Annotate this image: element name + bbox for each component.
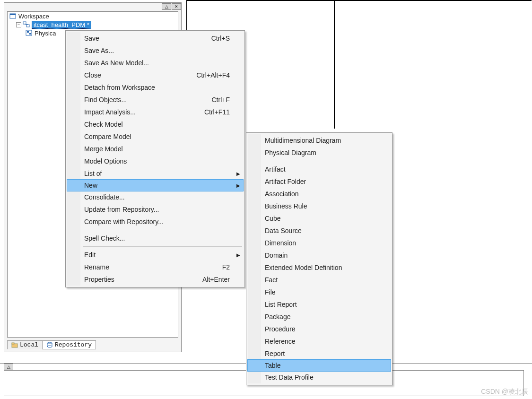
menu-edit[interactable]: Edit▶ xyxy=(67,249,243,261)
tree-item-pdm-label: itcast_health_PDM * xyxy=(32,21,91,29)
menu-detach-from-workspace[interactable]: Detach from Workspace xyxy=(67,81,243,94)
menu-new-extended-model-definition[interactable]: Extended Model Definition xyxy=(248,261,391,274)
menu-new-artifact-folder-label: Artifact Folder xyxy=(265,178,377,185)
menu-new-file[interactable]: File xyxy=(248,286,391,298)
menu-check-model[interactable]: Check Model xyxy=(67,118,243,130)
tree-root[interactable]: Workspace xyxy=(8,12,178,20)
svg-rect-1 xyxy=(10,14,16,15)
menu-separator xyxy=(83,246,242,247)
menu-impact-analysis[interactable]: Impact Analysis...Ctrl+F11 xyxy=(67,106,243,118)
menu-spell-check[interactable]: Spell Check... xyxy=(67,232,243,244)
menu-close-label: Close xyxy=(84,71,196,79)
menu-save-as[interactable]: Save As... xyxy=(67,44,243,57)
menu-find-objects[interactable]: Find Objects...Ctrl+F xyxy=(67,94,243,106)
menu-properties-label: Properties xyxy=(84,276,202,283)
tree-root-label: Workspace xyxy=(18,13,49,20)
menu-new-data-source[interactable]: Data Source xyxy=(248,225,391,237)
menu-compare-model[interactable]: Compare Model xyxy=(67,130,243,143)
menu-new-cube[interactable]: Cube xyxy=(248,212,391,225)
context-menu-new: Multidimensional DiagramPhysical Diagram… xyxy=(246,132,392,385)
canvas-page-divider xyxy=(334,1,335,129)
menu-find-objects-shortcut: Ctrl+F xyxy=(212,96,230,104)
menu-model-options-label: Model Options xyxy=(84,157,230,165)
menu-new-procedure-label: Procedure xyxy=(265,325,377,333)
menu-save-as-label: Save As... xyxy=(84,47,230,54)
menu-new-data-source-label: Data Source xyxy=(265,227,377,234)
menu-consolidate[interactable]: Consolidate... xyxy=(67,191,243,203)
menu-new-test-data-profile-label: Test Data Profile xyxy=(265,373,377,381)
menu-new-dimension-label: Dimension xyxy=(265,239,377,247)
menu-new-report[interactable]: Report xyxy=(248,347,391,360)
tab-repository[interactable]: Repository xyxy=(42,340,96,349)
svg-line-4 xyxy=(25,24,28,25)
tab-local-label: Local xyxy=(20,341,38,348)
svg-rect-9 xyxy=(12,343,14,344)
collapse-icon[interactable]: − xyxy=(16,22,21,27)
menu-list-of-label: List of xyxy=(84,170,230,177)
menu-new-package[interactable]: Package xyxy=(248,311,391,323)
menu-save-label: Save xyxy=(84,35,211,42)
chevron-right-icon: ▶ xyxy=(236,171,240,176)
menu-impact-analysis-shortcut: Ctrl+F11 xyxy=(204,108,230,116)
panel-titlebar: △ ✕ xyxy=(161,3,181,10)
pin-button[interactable]: △ xyxy=(162,3,171,10)
browser-tabs: Local Repository xyxy=(7,339,96,350)
menu-properties[interactable]: PropertiesAlt+Enter xyxy=(67,273,243,286)
menu-save[interactable]: SaveCtrl+S xyxy=(67,32,243,44)
menu-new-domain[interactable]: Domain xyxy=(248,249,391,261)
menu-new-fact[interactable]: Fact xyxy=(248,274,391,286)
menu-compare-with-repository[interactable]: Compare with Repository... xyxy=(67,216,243,228)
menu-new-artifact-label: Artifact xyxy=(265,165,377,173)
menu-new-artifact[interactable]: Artifact xyxy=(248,163,391,175)
menu-merge-model[interactable]: Merge Model xyxy=(67,143,243,155)
menu-update-from-repository[interactable]: Update from Repository... xyxy=(67,203,243,216)
menu-save-as-new-model-label: Save As New Model... xyxy=(84,59,230,67)
menu-new-table[interactable]: Table xyxy=(247,359,391,372)
menu-update-from-repository-label: Update from Repository... xyxy=(84,206,230,213)
menu-save-shortcut: Ctrl+S xyxy=(211,35,230,42)
menu-rename[interactable]: RenameF2 xyxy=(67,261,243,273)
menu-new-reference[interactable]: Reference xyxy=(248,335,391,347)
menu-new-table-label: Table xyxy=(265,362,377,369)
menu-new-dimension[interactable]: Dimension xyxy=(248,237,391,249)
menu-new-domain-label: Domain xyxy=(265,252,377,259)
tree-item-physical-label: Physica xyxy=(35,30,56,37)
menu-new-multidimensional-diagram-label: Multidimensional Diagram xyxy=(265,137,377,144)
menu-new-package-label: Package xyxy=(265,313,377,321)
menu-new-association[interactable]: Association xyxy=(248,188,391,200)
menu-close[interactable]: CloseCtrl+Alt+F4 xyxy=(67,69,243,81)
menu-new-extended-model-definition-label: Extended Model Definition xyxy=(265,264,377,271)
menu-list-of[interactable]: List of▶ xyxy=(67,167,243,180)
tab-repository-label: Repository xyxy=(55,341,92,348)
menu-close-shortcut: Ctrl+Alt+F4 xyxy=(196,71,230,79)
pdm-icon xyxy=(23,21,30,28)
svg-rect-6 xyxy=(27,31,29,33)
svg-rect-2 xyxy=(23,22,26,24)
menu-new-cube-label: Cube xyxy=(265,215,377,222)
menu-rename-label: Rename xyxy=(84,263,222,271)
tree-item-pdm[interactable]: − itcast_health_PDM * xyxy=(8,20,178,29)
menu-new-association-label: Association xyxy=(265,190,377,198)
diagram-icon xyxy=(26,30,33,36)
menu-new-multidimensional-diagram[interactable]: Multidimensional Diagram xyxy=(248,134,391,147)
menu-merge-model-label: Merge Model xyxy=(84,145,230,153)
menu-save-as-new-model[interactable]: Save As New Model... xyxy=(67,57,243,69)
menu-new[interactable]: New▶ xyxy=(67,179,244,191)
menu-new-business-rule[interactable]: Business Rule xyxy=(248,200,391,212)
menu-model-options[interactable]: Model Options xyxy=(67,155,243,167)
menu-new-procedure[interactable]: Procedure xyxy=(248,323,391,335)
menu-find-objects-label: Find Objects... xyxy=(84,96,212,104)
output-pin-button[interactable]: △ xyxy=(4,364,13,370)
menu-new-test-data-profile[interactable]: Test Data Profile xyxy=(248,371,391,383)
close-panel-button[interactable]: ✕ xyxy=(172,3,181,10)
tab-local[interactable]: Local xyxy=(7,340,43,349)
menu-new-list-report[interactable]: List Report xyxy=(248,298,391,311)
svg-rect-5 xyxy=(26,30,32,35)
menu-edit-label: Edit xyxy=(84,251,230,259)
menu-new-physical-diagram[interactable]: Physical Diagram xyxy=(248,147,391,159)
watermark: CSDN @凌北辰 xyxy=(481,388,528,396)
menu-properties-shortcut: Alt+Enter xyxy=(202,276,230,283)
menu-new-artifact-folder[interactable]: Artifact Folder xyxy=(248,175,391,188)
svg-rect-3 xyxy=(26,25,29,27)
menu-consolidate-label: Consolidate... xyxy=(84,193,230,201)
